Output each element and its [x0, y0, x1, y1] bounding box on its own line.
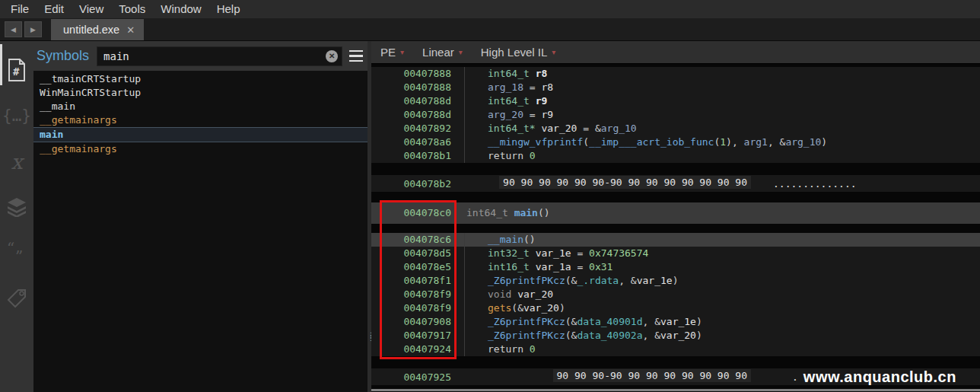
address: 00407892: [371, 122, 460, 135]
code-tokens: int64_t r9: [465, 94, 547, 108]
address: 004078e5: [371, 260, 460, 274]
view-type-dropdown[interactable]: Linear ▾: [422, 46, 463, 59]
symbols-panel: Symbols ✕ __tmainCRTStartupWinMainCRTSta…: [33, 41, 368, 392]
symbol-item-tmaincrtstartup[interactable]: __tmainCRTStartup: [33, 72, 368, 86]
section-fnheader: 004078c0int64_t main(): [371, 202, 980, 224]
code-tokens: gets(&var_20): [465, 301, 565, 315]
cross-references-icon[interactable]: x: [0, 139, 33, 184]
format-label: PE: [380, 46, 396, 59]
symbols-search-input[interactable]: [97, 46, 342, 66]
code-tokens: _Z6printfPKcz(&_.rdata, &var_1e): [465, 274, 678, 288]
chevron-down-icon: ▾: [552, 48, 555, 56]
il-level-dropdown[interactable]: High Level IL ▾: [481, 46, 556, 59]
code-line-004078f9[interactable]: 004078f9gets(&var_20): [371, 301, 980, 315]
menu-help[interactable]: Help: [209, 0, 248, 18]
address: 004078b1: [371, 149, 460, 163]
strings-icon[interactable]: “ ”: [0, 230, 33, 276]
code-tokens: _Z6printfPKcz(&data_40902a, &var_20): [465, 329, 702, 343]
mini-graph-icon[interactable]: {…}: [0, 93, 33, 139]
forward-arrow-icon: ▶: [30, 26, 36, 33]
address: 004078f1: [371, 274, 460, 288]
symbols-icon[interactable]: #: [0, 47, 33, 93]
code-line-004078c0[interactable]: 004078c0int64_t main(): [371, 206, 550, 220]
nav-forward-button[interactable]: ▶: [24, 21, 42, 37]
symbol-item-getmainargs[interactable]: __getmainargs: [33, 142, 368, 156]
watermark-text: www.anquanclub.cn: [803, 368, 956, 386]
code-line-00407888[interactable]: 00407888int64_t r8: [371, 67, 980, 81]
code-line-004078c6[interactable]: 004078c6__main(): [371, 233, 980, 247]
code-tokens: __main(): [465, 233, 536, 247]
tags-icon[interactable]: [0, 276, 33, 321]
code-line-00407908[interactable]: 00407908_Z6printfPKcz(&data_40901d, &var…: [371, 315, 980, 329]
nav-back-button[interactable]: ◀: [5, 21, 22, 37]
menu-edit[interactable]: Edit: [37, 0, 72, 18]
address: 0040788d: [371, 108, 460, 122]
bottom-separator: [371, 389, 980, 391]
clear-search-icon[interactable]: ✕: [326, 50, 338, 62]
hex-bytes[interactable]: 90 90 90 90 90 90-90 90 90 90 90 90 90 9…: [499, 176, 751, 189]
main-area: # {…} x “ ”: [0, 40, 980, 392]
ascii-column: .: [792, 371, 798, 383]
code-tokens: return 0: [465, 343, 536, 356]
code-tokens: arg_18 = r8: [465, 81, 553, 94]
code-line-004078a6[interactable]: 004078a6__mingw_vfprintf(__imp___acrt_io…: [371, 135, 980, 149]
tab-label: untitled.exe: [63, 24, 119, 36]
tab-close-icon[interactable]: ✕: [126, 24, 135, 36]
code-line-0040788d[interactable]: 0040788darg_20 = r9: [371, 108, 980, 122]
code-line-004078e5[interactable]: 004078e5int16_t var_1a = 0x31: [371, 260, 980, 274]
code-line-00407917[interactable]: 00407917_Z6printfPKcz(&data_40902a, &var…: [371, 329, 980, 343]
stack-view-icon[interactable]: [0, 184, 33, 230]
section-bytes2: 0040792590 90 90-90 90 90 90 90 90 90 90…: [371, 368, 980, 385]
menu-bar: FileEditViewToolsWindowHelp: [0, 0, 980, 18]
address: 00407925: [371, 371, 460, 383]
code-tokens: void var_20: [465, 288, 553, 301]
code-line-00407892[interactable]: 00407892int64_t* var_20 = &arg_10: [371, 122, 980, 135]
address: 00407924: [371, 343, 460, 356]
address: 0040788d: [371, 94, 460, 108]
code-line-004078b1[interactable]: 004078b1return 0: [371, 149, 980, 163]
symbol-item-main[interactable]: __main: [33, 100, 368, 113]
section-mainbody: 004078c6__main()004078d5int32_t var_1e =…: [371, 233, 980, 356]
symbol-item-getmainargs[interactable]: __getmainargs: [33, 113, 368, 127]
watermark-wrap: .www.anquanclub.cn: [792, 368, 977, 385]
code-line-0040788d[interactable]: 0040788dint64_t r9: [371, 94, 980, 108]
address: 00407917: [371, 329, 460, 343]
active-indicator: [0, 44, 2, 85]
code-line-004078d5[interactable]: 004078d5int32_t var_1e = 0x74736574: [371, 247, 980, 260]
symbols-panel-header: Symbols ✕: [33, 41, 368, 71]
svg-text:“: “: [7, 242, 14, 257]
hex-bytes[interactable]: 90 90 90-90 90 90 90 90 90 90 90: [553, 369, 751, 382]
format-dropdown[interactable]: PE ▾: [380, 46, 404, 59]
code-tokens: int64_t* var_20 = &arg_10: [465, 122, 637, 135]
code-tokens: int64_t main(): [460, 206, 550, 220]
address: 004078b2: [371, 178, 460, 190]
address: 00407888: [371, 67, 460, 81]
menu-view[interactable]: View: [72, 0, 111, 18]
address: 004078c0: [371, 206, 460, 220]
code-tokens: return 0: [465, 149, 536, 163]
code-tokens: _Z6printfPKcz(&data_40901d, &var_1e): [465, 315, 702, 329]
code-line-004078f9[interactable]: 004078f9void var_20: [371, 288, 980, 301]
code-line-00407888[interactable]: 00407888arg_18 = r8: [371, 81, 980, 94]
code-tokens: __mingw_vfprintf(__imp___acrt_iob_func(1…: [465, 135, 827, 149]
code-line-004078f1[interactable]: 004078f1_Z6printfPKcz(&_.rdata, &var_1e): [371, 274, 980, 288]
address: 004078f9: [371, 288, 460, 301]
symbol-item-main[interactable]: main: [33, 127, 368, 142]
view-header: PE ▾ Linear ▾ High Level IL ▾: [371, 41, 980, 64]
code-tokens: int64_t r8: [465, 67, 547, 81]
section-bytes1: 004078b290 90 90 90 90 90-90 90 90 90 90…: [371, 175, 980, 192]
menu-tools[interactable]: Tools: [111, 0, 153, 18]
symbol-item-winmaincrtstartup[interactable]: WinMainCRTStartup: [33, 86, 368, 100]
code-tokens: int32_t var_1e = 0x74736574: [465, 247, 648, 260]
linear-hlil-view: 00407888int64_t r800407888arg_18 = r8004…: [371, 64, 980, 392]
code-line-00407924[interactable]: 00407924return 0: [371, 343, 980, 356]
symbols-list: __tmainCRTStartupWinMainCRTStartup__main…: [33, 71, 368, 392]
address: 004078c6: [371, 233, 460, 247]
menu-window[interactable]: Window: [153, 0, 208, 18]
tab-bar: ◀ ▶ untitled.exe ✕: [0, 18, 980, 40]
chevron-down-icon: ▾: [400, 48, 404, 56]
menu-file[interactable]: File: [3, 0, 37, 18]
panel-menu-icon[interactable]: [349, 50, 363, 62]
sidebar-icon-strip: # {…} x “ ”: [0, 41, 33, 392]
tab-untitled-exe[interactable]: untitled.exe ✕: [51, 19, 144, 40]
